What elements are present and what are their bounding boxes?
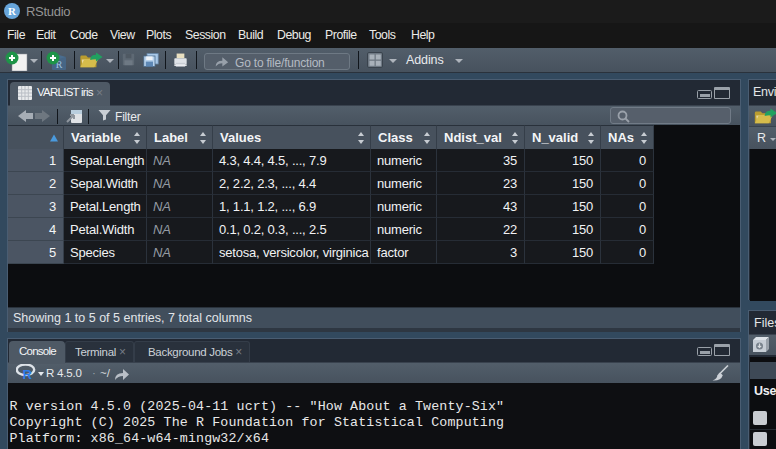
svg-text:R: R — [23, 367, 33, 380]
